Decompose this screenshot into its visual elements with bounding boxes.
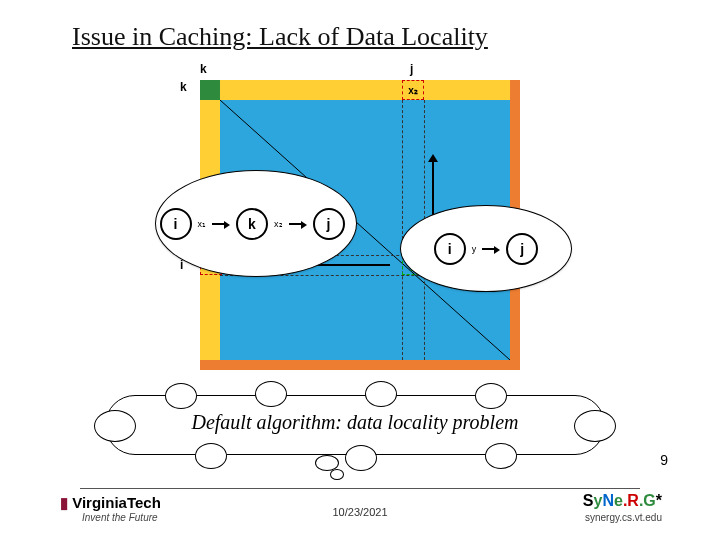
footer-divider — [80, 488, 640, 489]
cloud-puff — [475, 383, 507, 409]
node-i: i — [160, 208, 192, 240]
k-row — [220, 80, 510, 100]
edge-y-label: y — [472, 244, 477, 254]
pivot-block — [200, 80, 220, 100]
cloud-puff — [345, 445, 377, 471]
arrow-right-icon — [482, 244, 500, 254]
cloud-puff — [165, 383, 197, 409]
node-k: k — [236, 208, 268, 240]
page-number: 9 — [660, 452, 668, 468]
label-k-top: k — [200, 62, 207, 76]
node-i: i — [434, 233, 466, 265]
synergy-url: synergy.cs.vt.edu — [585, 512, 662, 523]
node-j: j — [313, 208, 345, 240]
slide: Issue in Caching: Lack of Data Locality … — [0, 0, 720, 540]
label-k-left: k — [180, 80, 187, 94]
arrow-right-icon — [212, 219, 230, 229]
cell-x2: x₂ — [402, 80, 424, 100]
cloud-puff — [255, 381, 287, 407]
cloud-text: Default algorithm: data locality problem — [105, 411, 605, 434]
label-j-top: j — [410, 62, 413, 76]
synergy-logo: SyNe.R.G* — [583, 492, 662, 510]
callout-ikj: i x₁ k x₂ j — [155, 170, 357, 277]
thought-cloud: Default algorithm: data locality problem — [105, 395, 605, 455]
arrow-right-icon — [289, 219, 307, 229]
vguide-j-left — [402, 100, 403, 360]
callout-iyj: i y j — [400, 205, 572, 292]
cloud-puff — [195, 443, 227, 469]
footer: ▮ VirginiaTech Invent the Future 10/23/2… — [0, 488, 720, 540]
cloud-tail — [330, 469, 344, 480]
slide-title: Issue in Caching: Lack of Data Locality — [72, 22, 488, 52]
edge-x2-label: x₂ — [274, 219, 283, 229]
cloud-puff — [485, 443, 517, 469]
cloud-puff — [365, 381, 397, 407]
node-j: j — [506, 233, 538, 265]
edge-x1-label: x₁ — [198, 219, 207, 229]
